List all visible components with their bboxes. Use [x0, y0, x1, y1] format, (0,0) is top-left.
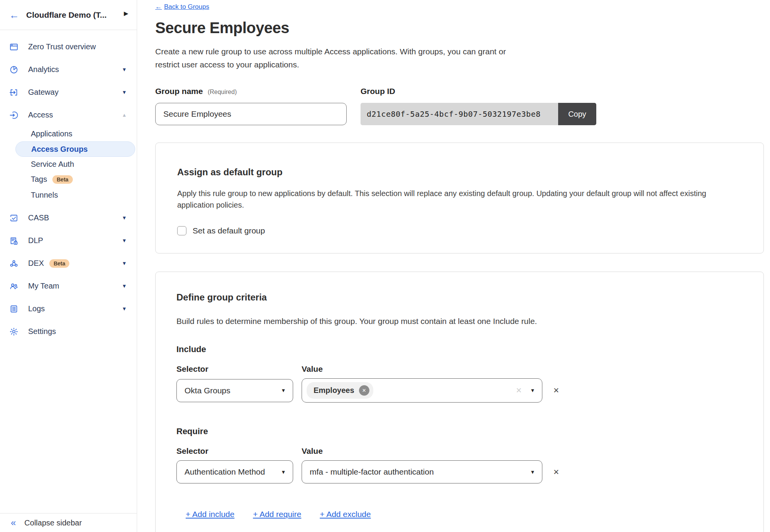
sidebar-nav: Zero Trust overview Analytics ▼ Gateway …	[0, 30, 137, 343]
sidebar-item-label: CASB	[28, 213, 49, 222]
sidebar-item-label: DLP	[28, 236, 43, 245]
back-to-groups-link[interactable]: ← Back to Groups	[155, 3, 209, 11]
include-selector-dropdown[interactable]: Okta Groups ▼	[176, 379, 293, 402]
set-default-group-row: Set as default group	[177, 226, 742, 235]
default-card-description: Apply this rule group to new application…	[177, 188, 724, 211]
gateway-icon	[9, 88, 18, 97]
employees-chip: Employees ✕	[307, 382, 373, 399]
chevron-down-icon: ▼	[281, 469, 286, 475]
back-link-label: Back to Groups	[164, 3, 209, 11]
required-hint: (Required)	[208, 89, 237, 95]
overview-icon	[9, 42, 18, 52]
group-name-id-row: Group name (Required) Group ID d21ce80f-…	[155, 87, 762, 125]
beta-badge: Beta	[49, 259, 69, 268]
group-name-label: Group name	[155, 87, 203, 96]
sidebar-item-settings[interactable]: Settings	[0, 320, 137, 343]
sidebar-item-casb[interactable]: CASB ▼	[0, 206, 137, 229]
set-default-group-checkbox[interactable]	[177, 226, 186, 235]
sidebar-item-label: Zero Trust overview	[28, 42, 96, 51]
sidebar-item-logs[interactable]: Logs ▼	[0, 297, 137, 320]
include-value-label: Value	[302, 364, 323, 374]
criteria-card-description: Build rules to determine membership of t…	[176, 317, 743, 326]
sidebar-item-access-groups[interactable]: Access Groups	[15, 141, 135, 157]
assign-default-group-card: Assign as default group Apply this rule …	[155, 143, 764, 253]
sidebar-item-dex[interactable]: DEX Beta ▼	[0, 252, 137, 275]
include-value-multiselect[interactable]: Employees ✕ ✕ ▼	[302, 378, 542, 403]
sidebar-item-zero-trust-overview[interactable]: Zero Trust overview	[0, 35, 137, 58]
include-rule-row: Okta Groups ▼ Employees ✕ ✕ ▼ ✕	[176, 378, 743, 403]
chevron-down-icon[interactable]: ▼	[122, 215, 127, 221]
sidebar-item-label: Settings	[28, 327, 56, 336]
chevron-down-icon[interactable]: ▼	[122, 89, 127, 95]
sidebar: ← Cloudflare Demo (T... ▶ Zero Trust ove…	[0, 0, 137, 532]
sidebar-item-gateway[interactable]: Gateway ▼	[0, 81, 137, 104]
beta-badge: Beta	[52, 175, 72, 184]
chevron-down-icon[interactable]: ▼	[122, 283, 127, 289]
main-content: ← Back to Groups Secure Employees Create…	[138, 0, 770, 532]
sidebar-item-my-team[interactable]: My Team ▼	[0, 275, 137, 297]
sidebar-item-access[interactable]: Access ▲	[0, 104, 137, 126]
add-exclude-link[interactable]: + Add exclude	[320, 510, 371, 519]
sidebar-item-tunnels[interactable]: Tunnels	[0, 187, 137, 203]
zero-trust-dashboard: ← Cloudflare Demo (T... ▶ Zero Trust ove…	[0, 0, 770, 532]
sidebar-item-dlp[interactable]: DLP ▼	[0, 229, 137, 252]
require-value-dropdown[interactable]: mfa - multiple-factor authentication ▼	[302, 460, 542, 483]
analytics-pie-icon	[9, 65, 18, 74]
include-heading: Include	[176, 344, 743, 354]
include-labels-row: Selector Value	[176, 364, 743, 374]
page-description: Create a new rule group to use across mu…	[155, 45, 527, 71]
chevron-down-icon: ▼	[530, 469, 535, 475]
sidebar-item-label: Service Auth	[31, 160, 74, 169]
define-group-criteria-card: Define group criteria Build rules to det…	[155, 272, 764, 532]
group-id-label: Group ID	[361, 87, 395, 96]
sidebar-item-label: Logs	[28, 304, 45, 313]
require-heading: Require	[176, 426, 743, 436]
collapse-chevrons-icon: «	[11, 518, 16, 527]
require-selector-dropdown[interactable]: Authentication Method ▼	[176, 460, 293, 483]
logs-list-icon	[9, 304, 18, 314]
remove-require-rule-icon[interactable]: ✕	[553, 468, 559, 477]
require-selector-label: Selector	[176, 446, 302, 456]
add-include-link[interactable]: + Add include	[186, 510, 235, 519]
add-rule-links: + Add include + Add require + Add exclud…	[176, 510, 743, 519]
expand-caret-icon[interactable]: ▶	[124, 10, 128, 17]
chip-remove-icon[interactable]: ✕	[359, 385, 369, 396]
group-name-input[interactable]	[155, 103, 347, 125]
sidebar-item-applications[interactable]: Applications	[0, 126, 137, 141]
set-default-group-label: Set as default group	[193, 226, 265, 235]
chevron-down-icon[interactable]: ▼	[122, 260, 127, 266]
include-selector-value: Okta Groups	[185, 386, 230, 395]
team-people-icon	[9, 282, 18, 291]
chevron-up-icon[interactable]: ▲	[122, 112, 127, 118]
chevron-down-icon[interactable]: ▼	[122, 306, 127, 312]
chevron-down-icon: ▼	[530, 388, 535, 393]
sidebar-item-analytics[interactable]: Analytics ▼	[0, 58, 137, 81]
default-card-title: Assign as default group	[177, 167, 742, 178]
add-require-link[interactable]: + Add require	[253, 510, 302, 519]
group-id-field-group: Group ID d21ce80f-5a25-4bcf-9b07-5032197…	[361, 87, 596, 125]
sidebar-item-tags[interactable]: Tags Beta	[0, 172, 137, 187]
collapse-sidebar-button[interactable]: « Collapse sidebar	[0, 513, 137, 532]
sidebar-item-label: Gateway	[28, 88, 59, 97]
group-name-field-group: Group name (Required)	[155, 87, 347, 125]
clear-values-icon[interactable]: ✕	[516, 386, 522, 395]
include-selector-label: Selector	[176, 364, 302, 374]
chevron-down-icon[interactable]: ▼	[122, 67, 127, 72]
group-id-value: d21ce80f-5a25-4bcf-9b07-5032197e3be8	[361, 103, 558, 125]
require-value: mfa - multiple-factor authentication	[310, 467, 434, 477]
back-arrow-icon[interactable]: ←	[9, 10, 19, 20]
sidebar-item-label: Access Groups	[31, 145, 88, 154]
sidebar-item-service-auth[interactable]: Service Auth	[0, 157, 137, 172]
access-icon	[9, 111, 18, 120]
dlp-document-lock-icon	[9, 236, 18, 245]
gear-icon	[9, 327, 18, 336]
chevron-down-icon[interactable]: ▼	[122, 238, 127, 243]
sidebar-item-label: Tags	[31, 175, 47, 184]
require-selector-value: Authentication Method	[185, 467, 265, 477]
sidebar-item-label: Access	[28, 111, 53, 119]
back-arrow-icon: ←	[155, 3, 162, 11]
remove-include-rule-icon[interactable]: ✕	[553, 386, 559, 395]
sidebar-header: ← Cloudflare Demo (T... ▶	[0, 0, 137, 30]
copy-button[interactable]: Copy	[558, 103, 596, 125]
require-labels-row: Selector Value	[176, 446, 743, 456]
